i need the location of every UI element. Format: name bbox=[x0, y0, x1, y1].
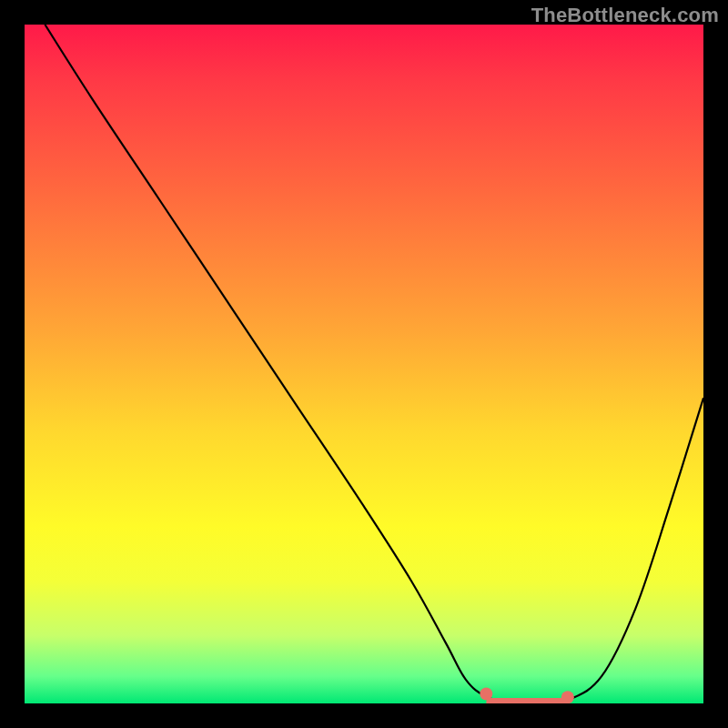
chart-container: TheBottleneck.com bbox=[0, 0, 728, 728]
range-end-marker bbox=[561, 691, 574, 703]
bottleneck-curve bbox=[45, 25, 703, 703]
range-end-marker bbox=[480, 688, 492, 701]
curve-svg bbox=[25, 25, 703, 703]
optimal-range-bar bbox=[486, 698, 568, 703]
plot-area bbox=[25, 25, 703, 703]
